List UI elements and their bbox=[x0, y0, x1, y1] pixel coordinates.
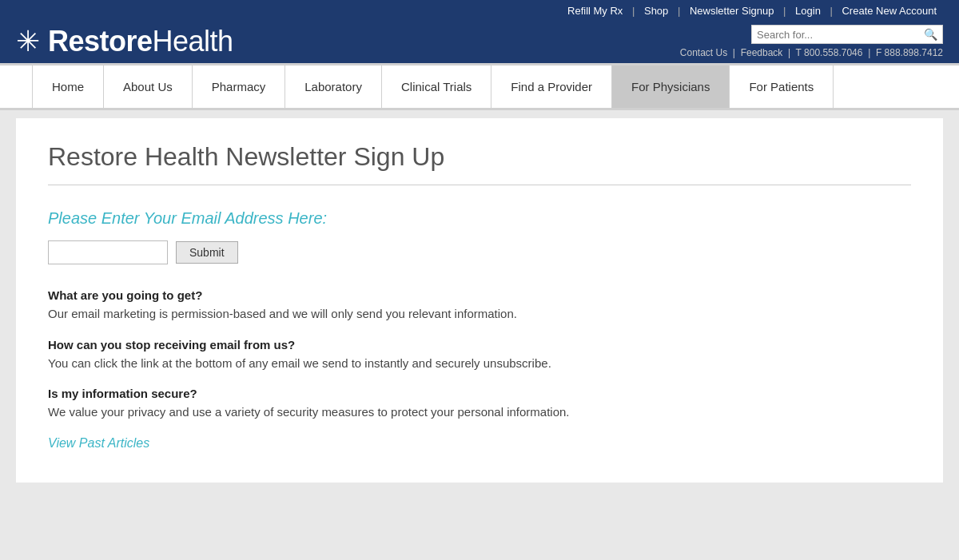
separator-2: | bbox=[674, 5, 683, 17]
email-input[interactable] bbox=[48, 240, 168, 264]
header-middle: ✳ RestoreHealth 🔍 Contact Us | Feedback … bbox=[0, 20, 959, 63]
fax-number: F 888.898.7412 bbox=[876, 47, 943, 58]
nav-item-for-physicians[interactable]: For Physicians bbox=[612, 66, 730, 108]
nav-wrapper: Home About Us Pharmacy Laboratory Clinic… bbox=[0, 63, 959, 110]
separator-3: | bbox=[780, 5, 789, 17]
search-area: 🔍 Contact Us | Feedback | T 800.558.7046… bbox=[680, 25, 943, 58]
snowflake-icon: ✳ bbox=[16, 27, 40, 56]
search-button[interactable]: 🔍 bbox=[924, 28, 937, 41]
nav-bar: Home About Us Pharmacy Laboratory Clinic… bbox=[16, 66, 943, 108]
faq-section: What are you going to get? Our email mar… bbox=[48, 288, 911, 422]
contact-line: Contact Us | Feedback | T 800.558.7046 |… bbox=[680, 47, 943, 58]
title-divider bbox=[48, 185, 911, 185]
separator-4: | bbox=[827, 5, 836, 17]
nav-item-clinical-trials[interactable]: Clinical Trials bbox=[382, 66, 491, 108]
search-input[interactable] bbox=[757, 29, 924, 41]
nav-item-about-us[interactable]: About Us bbox=[104, 66, 193, 108]
faq-question-2: How can you stop receiving email from us… bbox=[48, 338, 911, 351]
email-form: Submit bbox=[48, 240, 911, 264]
login-link[interactable]: Login bbox=[789, 5, 827, 17]
search-box[interactable]: 🔍 bbox=[751, 25, 943, 44]
nav-item-home[interactable]: Home bbox=[32, 66, 104, 108]
feedback-link[interactable]: Feedback bbox=[741, 47, 783, 58]
faq-answer-1: Our email marketing is permission-based … bbox=[48, 305, 911, 324]
separator-1: | bbox=[629, 5, 638, 17]
contact-us-link[interactable]: Contact Us bbox=[680, 47, 727, 58]
faq-question-1: What are you going to get? bbox=[48, 288, 911, 302]
logo-restore: Restore bbox=[48, 25, 153, 58]
create-account-link[interactable]: Create New Account bbox=[835, 5, 943, 17]
top-links: Refill My Rx | Shop | Newsletter Signup … bbox=[0, 0, 959, 20]
nav-item-laboratory[interactable]: Laboratory bbox=[285, 66, 382, 108]
page-title: Restore Health Newsletter Sign Up bbox=[48, 142, 911, 172]
refill-rx-link[interactable]: Refill My Rx bbox=[561, 5, 629, 17]
nav-item-for-patients[interactable]: For Patients bbox=[730, 66, 834, 108]
logo-area[interactable]: ✳ RestoreHealth bbox=[16, 25, 233, 58]
top-bar: Refill My Rx | Shop | Newsletter Signup … bbox=[0, 0, 959, 63]
nav-item-pharmacy[interactable]: Pharmacy bbox=[193, 66, 286, 108]
shop-link[interactable]: Shop bbox=[638, 5, 674, 17]
page-wrapper: Restore Health Newsletter Sign Up Please… bbox=[16, 118, 943, 483]
newsletter-signup-link[interactable]: Newsletter Signup bbox=[683, 5, 781, 17]
faq-question-3: Is my information secure? bbox=[48, 387, 911, 400]
view-past-articles-link[interactable]: View Past Articles bbox=[48, 436, 149, 450]
faq-answer-3: We value your privacy and use a variety … bbox=[48, 403, 911, 422]
submit-button[interactable]: Submit bbox=[176, 241, 238, 264]
nav-item-find-provider[interactable]: Find a Provider bbox=[491, 66, 612, 108]
email-prompt: Please Enter Your Email Address Here: bbox=[48, 209, 911, 228]
logo-health: Health bbox=[153, 25, 233, 58]
faq-answer-2: You can click the link at the bottom of … bbox=[48, 355, 911, 373]
logo-text: RestoreHealth bbox=[48, 25, 233, 58]
phone-number: T 800.558.7046 bbox=[796, 47, 863, 58]
